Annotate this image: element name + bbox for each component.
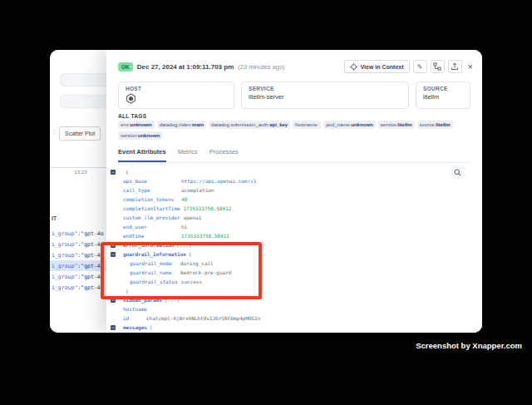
tag-key: datadog.index: — [160, 121, 192, 128]
attribute-bracket: { — [126, 169, 129, 175]
attribute-value: 1735333750.50412 — [181, 233, 229, 239]
service-box[interactable]: SERVICE litellm-server — [241, 81, 409, 109]
event-header: OK Dec 27, 2024 at 1:09:11.703 pm (23 mi… — [118, 58, 473, 75]
tab-label: Event Attributes — [118, 148, 166, 156]
attribute-key[interactable]: api_base — [123, 178, 178, 184]
scatter-plot-label: Scatter Plot — [65, 131, 95, 136]
log-row[interactable]: i_group":"gpt-4o — [50, 249, 106, 260]
attribute-key[interactable]: endTime — [123, 233, 178, 239]
tag-key: env: — [121, 121, 130, 128]
close-button[interactable]: × — [468, 62, 473, 72]
view-in-context-button[interactable]: View in Context — [344, 60, 410, 73]
crosshair-icon — [350, 63, 357, 71]
host-hexagon-icon — [126, 93, 136, 104]
host-box[interactable]: HOST — [118, 81, 234, 109]
service-value: litellm-server — [249, 93, 401, 101]
log-row-key: i_group" — [52, 274, 77, 280]
attribute-value: hi — [181, 224, 187, 230]
tag-value: unknown — [138, 132, 160, 139]
tag-value: unknown — [130, 121, 151, 128]
ok-status-badge: OK — [118, 62, 133, 72]
attribute-key[interactable]: completion_tokens — [123, 196, 178, 202]
log-row-value: :"gpt-4o — [77, 252, 103, 259]
tag-key: service: — [381, 121, 398, 128]
tag[interactable]: datadog.submission_auth:api_key — [209, 121, 290, 129]
tag-value: unknown — [351, 121, 372, 128]
log-row[interactable]: i_group":"gpt-4o — [50, 260, 106, 271]
source-value: litellm — [423, 93, 463, 101]
attribute-row: endTime 1735333750.50412 — [106, 231, 482, 240]
tag[interactable]: version:unknown — [118, 131, 162, 140]
collapse-toggle-icon[interactable] — [111, 170, 116, 175]
attribute-key[interactable]: custom_llm_provider — [123, 215, 180, 220]
tag[interactable]: datadog.index:main — [157, 121, 206, 129]
tab[interactable]: Processes — [209, 148, 239, 162]
tag-value: api_key — [269, 121, 288, 128]
log-row-key: i_group" — [52, 230, 77, 237]
collapse-toggle-icon[interactable] — [111, 325, 116, 330]
related-events-button[interactable] — [431, 60, 445, 73]
tab[interactable]: Metrics — [178, 148, 198, 162]
tab[interactable]: Event Attributes — [118, 148, 166, 162]
attribute-key[interactable]: id — [123, 315, 143, 321]
host-label: HOST — [126, 86, 227, 91]
source-label: SOURCE — [423, 86, 463, 91]
annotation-rectangle — [101, 242, 262, 299]
time-axis-tick: 13:23 — [62, 170, 100, 175]
tag-value: main — [192, 121, 204, 128]
attribute-row: completion_tokens 40 — [106, 195, 482, 204]
tag-key: version: — [121, 132, 138, 139]
attribute-key[interactable]: call_type — [123, 187, 178, 193]
service-label: SERVICE — [249, 86, 401, 91]
tags-container: env:unknown datadog.index:main datadog.s… — [118, 121, 470, 140]
tag[interactable]: source:litellm — [417, 121, 453, 129]
header-actions: View in Context ✎ × — [344, 60, 473, 73]
log-row-value: :"gpt-4o — [77, 241, 103, 248]
truncated-column-header: IT — [52, 215, 57, 221]
tag-key: hostname: — [295, 121, 318, 128]
attribute-bracket: [ — [150, 324, 153, 330]
attribute-key[interactable]: completionStartTime — [123, 205, 180, 211]
tag-key: datadog.submission_auth: — [211, 121, 269, 128]
scatter-plot-button[interactable]: Scatter Plot — [59, 126, 101, 141]
related-events-icon — [433, 62, 441, 71]
event-relative-time: (23 minutes ago) — [238, 63, 284, 71]
tag-value: litellm — [436, 121, 450, 128]
log-list: i_group":"gpt-4o i_group":"gpt-4o i_grou… — [50, 228, 106, 293]
attribute-key[interactable]: hostname — [123, 306, 147, 312]
attribute-row: custom_llm_provider openai — [106, 213, 482, 222]
view-in-context-label: View in Context — [361, 64, 404, 70]
tag[interactable]: service:litellm — [378, 121, 415, 129]
log-row-key: i_group" — [52, 284, 77, 291]
attribute-key[interactable]: messages — [123, 324, 147, 330]
log-row[interactable]: i_group":"gpt-4o — [50, 228, 106, 239]
edit-button[interactable]: ✎ — [413, 60, 427, 73]
log-row[interactable]: i_group":"gpt-4o — [50, 239, 106, 249]
log-row-value: :"gpt-4o — [77, 284, 103, 291]
tab-label: Metrics — [178, 148, 198, 156]
log-row[interactable]: i_group":"gpt-4o — [50, 282, 106, 293]
background-toolbar-bar — [60, 95, 108, 108]
log-row-value: :"gpt-4o — [77, 263, 103, 269]
truncated-label: : — [53, 129, 55, 135]
tag[interactable]: env:unknown — [118, 121, 155, 129]
export-button[interactable] — [448, 60, 462, 73]
tag[interactable]: pod_name:unknown — [323, 121, 375, 129]
log-row-key: i_group" — [52, 263, 77, 269]
attribute-row: id chatcmpl-AjBrxhNLht9v2J6rSNYDmp4pH0G1… — [106, 314, 482, 323]
log-row[interactable]: i_group":"gpt-4o — [50, 271, 106, 282]
source-box[interactable]: SOURCE litellm — [416, 81, 470, 109]
attribute-row: end_user hi — [106, 222, 482, 231]
attribute-value: 40 — [181, 196, 187, 202]
tag-key: source: — [420, 121, 436, 128]
attribute-value: chatcmpl-AjBrxhNLht9v2J6rSNYDmp4pH0G1n — [146, 315, 260, 321]
all-tags-label: ALL TAGS — [118, 113, 146, 119]
background-toolbar-bar — [60, 73, 108, 86]
tag[interactable]: hostname: — [293, 121, 321, 129]
attribute-row: call_type acompletion — [106, 185, 482, 195]
event-timestamp: Dec 27, 2024 at 1:09:11.703 pm — [137, 63, 234, 71]
tab-label: Processes — [209, 148, 239, 156]
tag-key: pod_name: — [326, 121, 351, 128]
attribute-key[interactable]: end_user — [123, 224, 178, 230]
tag-value: litellm — [397, 121, 411, 128]
